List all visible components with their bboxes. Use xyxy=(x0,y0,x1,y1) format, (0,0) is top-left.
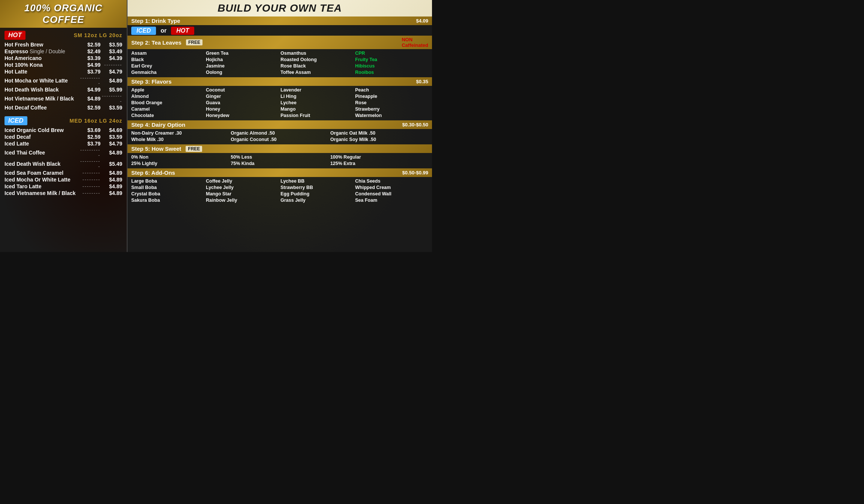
item-lg-price: $4.69 xyxy=(100,127,122,133)
iced-items-list: Iced Organic Cold Brew $3.69 $4.69 Iced … xyxy=(0,127,127,196)
item-lg-price: $4.79 xyxy=(100,69,122,75)
addon-item: Mango Star xyxy=(206,191,279,197)
item-name: Hot Vietnamese Milk / Black xyxy=(4,96,79,102)
right-panel: BUILD YOUR OWN TEA Step 1: Drink Type $4… xyxy=(128,0,432,252)
step5-price: FREE xyxy=(186,146,202,152)
hot-menu-item: Hot Decaf Coffee $2.59 $3.59 xyxy=(0,104,127,111)
item-lg-price: $4.39 xyxy=(100,55,122,61)
left-panel: 100% ORGANIC COFFEE HOT SM 12oz LG 20oz … xyxy=(0,0,128,252)
item-name: Hot Decaf Coffee xyxy=(4,105,79,111)
step1-header: Step 1: Drink Type $4.09 xyxy=(128,16,432,25)
addon-item: Small Boba xyxy=(131,184,204,190)
iced-menu-item: Iced Vietnamese Milk / Black -------- $4… xyxy=(0,190,127,196)
step5-label: Step 5: How Sweet xyxy=(131,146,181,152)
flavor-item: Honeydew xyxy=(206,112,279,118)
item-lg-price: $4.89 xyxy=(100,170,122,176)
item-sm-price: $2.59 xyxy=(79,134,100,140)
iced-menu-item: Iced Sea Foam Caramel -------- $4.89 xyxy=(0,170,127,176)
flavor-item: Ginger xyxy=(206,93,279,99)
hot-menu-item: Hot Death Wish Black $4.99 $5.99 xyxy=(0,86,127,93)
item-name: Iced Sea Foam Caramel xyxy=(4,170,79,176)
tea-leaf-item: Black xyxy=(131,57,204,63)
addon-item: Rainbow Jelly xyxy=(206,197,279,203)
item-name: Iced Organic Cold Brew xyxy=(4,127,79,133)
tea-leaf-item: Earl Grey xyxy=(131,63,204,69)
tea-leaf-item: Rooibos xyxy=(355,69,428,75)
addon-item: Coffee Jelly xyxy=(206,178,279,184)
item-name: Hot Latte xyxy=(4,69,79,75)
hot-menu-item: Hot Latte $3.79 $4.79 xyxy=(0,68,127,75)
item-sm-price: ---------- xyxy=(79,159,100,169)
right-title: BUILD YOUR OWN TEA xyxy=(128,0,432,16)
item-sm-price: $4.89 xyxy=(79,96,100,102)
step1-price: $4.09 xyxy=(416,18,428,24)
iced-size-labels: MED 16oz LG 24oz xyxy=(70,118,122,124)
flavor-item: Lavender xyxy=(280,87,354,93)
item-sm-price: -------- xyxy=(79,177,100,182)
item-lg-price: $4.79 xyxy=(100,141,122,147)
item-sm-price: $2.49 xyxy=(79,48,100,54)
item-name: Iced Decaf xyxy=(4,134,79,140)
item-name: Espresso Single / Double xyxy=(4,48,79,54)
item-sm-price: $3.69 xyxy=(79,127,100,133)
sweet-item: 100% Regular xyxy=(330,154,428,160)
sweet-grid: 0% Non50% Less100% Regular25% Lightly75%… xyxy=(128,153,432,168)
flavor-item: Chocolate xyxy=(131,112,204,118)
flavor-item: Strawberry xyxy=(355,106,428,112)
tea-leaf-item: Roasted Oolong xyxy=(280,57,354,63)
item-sm-price: -------- xyxy=(79,190,100,196)
step1-label: Step 1: Drink Type xyxy=(131,18,180,24)
flavor-item: Apple xyxy=(131,87,204,93)
addon-item: Lychee BB xyxy=(280,178,354,184)
item-sm-price: $4.99 xyxy=(79,62,100,68)
hot-menu-item: Espresso Single / Double $2.49 $3.49 xyxy=(0,48,127,55)
left-title: 100% ORGANIC COFFEE xyxy=(0,0,127,28)
iced-menu-item: Iced Organic Cold Brew $3.69 $4.69 xyxy=(0,127,127,134)
iced-badge: ICED xyxy=(4,116,27,125)
iced-menu-item: Iced Death Wish Black ---------- $5.49 xyxy=(0,158,127,170)
tea-leaf-item: Oolong xyxy=(206,69,279,75)
hot-menu-item: Hot 100% Kona $4.99 -------- xyxy=(0,62,127,68)
dairy-item: Organic Oat Milk .50 xyxy=(330,130,428,136)
tea-leaf-item: Jasmine xyxy=(206,63,279,69)
addon-item: Strawberry BB xyxy=(280,184,354,190)
flavor-item: Almond xyxy=(131,93,204,99)
dairy-item: Whole Milk .30 xyxy=(131,136,229,142)
item-lg-price: $4.89 xyxy=(100,150,122,156)
item-sm-price: $3.39 xyxy=(79,55,100,61)
iced-menu-item: Iced Thai Coffee ---------- $4.89 xyxy=(0,147,127,158)
item-sm-price: $4.99 xyxy=(79,87,100,93)
tea-leaf-item: Genmaicha xyxy=(131,69,204,75)
sweet-item: 0% Non xyxy=(131,154,229,160)
item-name: Hot Fresh Brew xyxy=(4,42,79,48)
item-lg-price: $5.49 xyxy=(100,161,122,167)
item-sm-price: $3.79 xyxy=(79,141,100,147)
addon-item: Whipped Cream xyxy=(355,184,428,190)
item-lg-price: $4.89 xyxy=(100,78,122,84)
dairy-item: Organic Soy Milk .50 xyxy=(330,136,428,142)
hot-items-list: Hot Fresh Brew $2.59 $3.59 Espresso Sing… xyxy=(0,41,127,111)
tea-leaf-item: Hojicha xyxy=(206,57,279,63)
item-lg-price: $4.89 xyxy=(100,190,122,196)
step4-price: $0.30-$0.50 xyxy=(402,122,428,128)
flavor-item: Caramel xyxy=(131,106,204,112)
item-name: Iced Latte xyxy=(4,141,79,147)
step3-header: Step 3: Flavors $0.35 xyxy=(128,77,432,86)
flavor-item: Blood Orange xyxy=(131,100,204,106)
addon-item: Chia Seeds xyxy=(355,178,428,184)
addon-item: Sakura Boba xyxy=(131,197,204,203)
tea-leaf-item: Hibiscus xyxy=(355,63,428,69)
step6-header: Step 6: Add-Ons $0.50-$0.99 xyxy=(128,168,432,177)
addon-item: Crystal Boba xyxy=(131,191,204,197)
sweet-item: 125% Extra xyxy=(330,160,428,166)
item-sm-price: $3.79 xyxy=(79,69,100,75)
step2-label: Step 2: Tea Leaves xyxy=(131,39,182,46)
flavor-item: Rose xyxy=(355,100,428,106)
item-name: Iced Taro Latte xyxy=(4,183,79,189)
flavor-item: Coconut xyxy=(206,87,279,93)
hot-menu-item: Hot Fresh Brew $2.59 $3.59 xyxy=(0,41,127,48)
iced-drink-badge[interactable]: ICED xyxy=(131,27,156,35)
flavor-item: Peach xyxy=(355,87,428,93)
hot-drink-badge[interactable]: HOT xyxy=(171,27,194,35)
step4-label: Step 4: Dairy Option xyxy=(131,122,185,128)
